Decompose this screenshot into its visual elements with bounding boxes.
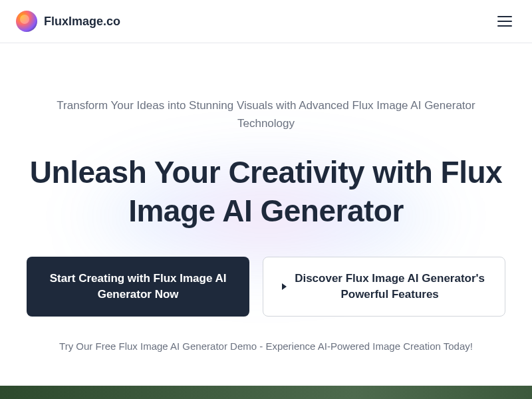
- logo-icon: [16, 11, 37, 32]
- menu-button[interactable]: [497, 12, 516, 31]
- demo-text: Try Our Free Flux Image AI Generator Dem…: [27, 340, 505, 352]
- logo-text: FluxImage.co: [44, 15, 120, 29]
- logo[interactable]: FluxImage.co: [16, 11, 120, 32]
- secondary-cta-label: Discover Flux Image AI Generator's Power…: [293, 271, 486, 303]
- hero-section: Transform Your Ideas into Stunning Visua…: [0, 43, 532, 372]
- hamburger-icon: [497, 16, 512, 17]
- play-icon: [282, 283, 287, 290]
- discover-features-button[interactable]: Discover Flux Image AI Generator's Power…: [263, 257, 505, 317]
- header: FluxImage.co: [0, 0, 532, 43]
- start-creating-button[interactable]: Start Creating with Flux Image AI Genera…: [27, 257, 249, 317]
- cta-container: Start Creating with Flux Image AI Genera…: [27, 257, 505, 317]
- primary-cta-label: Start Creating with Flux Image AI Genera…: [45, 271, 231, 303]
- hero-image: [0, 386, 532, 399]
- hero-subtitle: Transform Your Ideas into Stunning Visua…: [53, 96, 479, 132]
- hero-heading: Unleash Your Creativity with Flux Image …: [27, 154, 505, 230]
